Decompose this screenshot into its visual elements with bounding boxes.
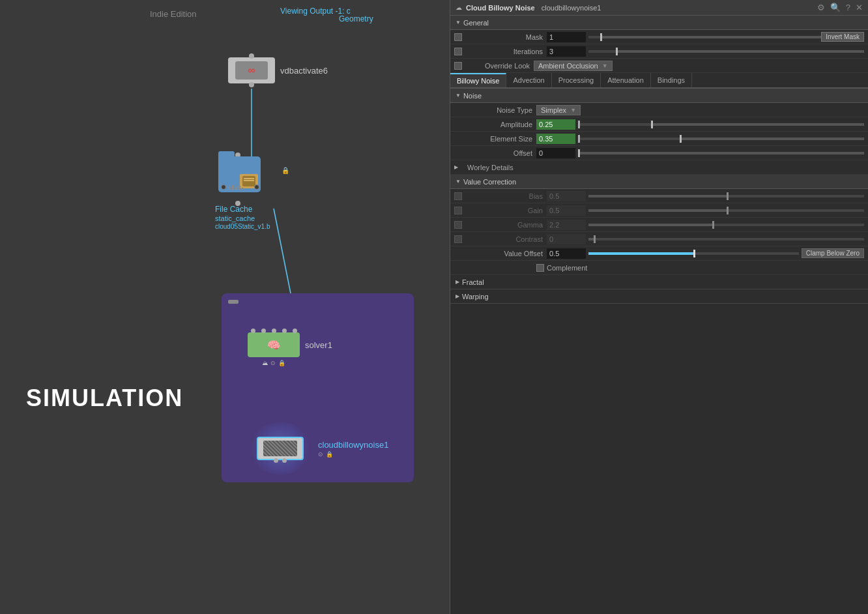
panel-cloud-icon: ☁ bbox=[456, 4, 462, 11]
noise-type-value: Simplex bbox=[541, 106, 566, 114]
filecache-name-label: File Cache bbox=[215, 205, 280, 214]
amplitude-slider-track bbox=[580, 123, 864, 126]
tab-advection[interactable]: Advection bbox=[506, 73, 551, 87]
clamp-below-zero-button[interactable]: Clamp Below Zero bbox=[802, 248, 864, 258]
bias-slider-thumb bbox=[727, 192, 729, 200]
mask-slider[interactable] bbox=[588, 36, 821, 38]
iterations-input[interactable] bbox=[547, 46, 586, 57]
contrast-slider[interactable] bbox=[588, 238, 864, 241]
iterations-checkbox[interactable] bbox=[454, 48, 462, 55]
filecache-lock-icon: 🔒 bbox=[282, 167, 289, 174]
filecache-node[interactable]: 🔒 File Cache static_cache cloud05Static_… bbox=[215, 156, 280, 230]
solver-box[interactable]: 🧠 ⛰ ⊙ 🔒 bbox=[248, 332, 300, 357]
warping-triangle-icon: ▶ bbox=[456, 293, 459, 299]
warping-section[interactable]: ▶ Warping bbox=[450, 289, 868, 304]
element-size-slider-track bbox=[580, 138, 864, 140]
ambient-occlusion-dropdown[interactable]: Ambient Occlusion ▼ bbox=[534, 61, 613, 71]
value-offset-input[interactable] bbox=[547, 248, 586, 259]
fractal-section[interactable]: ▶ Fractal bbox=[450, 275, 868, 289]
iterations-row: Iterations bbox=[450, 44, 868, 59]
close-icon[interactable]: ✕ bbox=[856, 3, 863, 12]
solver-connector bbox=[261, 329, 266, 333]
value-offset-slider-track bbox=[588, 252, 799, 255]
complement-row: Complement bbox=[450, 261, 868, 275]
settings-icon[interactable]: ⚙ bbox=[817, 3, 825, 12]
tab-bindings[interactable]: Bindings bbox=[651, 73, 692, 87]
solver-connector bbox=[251, 329, 255, 333]
fractal-triangle-icon: ▶ bbox=[456, 279, 459, 285]
cloud-node-box[interactable] bbox=[257, 437, 304, 460]
cloud-connector bbox=[274, 458, 278, 463]
general-section-header[interactable]: ▼ General bbox=[450, 16, 868, 30]
element-size-input[interactable] bbox=[536, 134, 575, 144]
offset-slider[interactable] bbox=[578, 152, 864, 154]
help-icon[interactable]: ? bbox=[846, 3, 850, 12]
search-icon[interactable]: 🔍 bbox=[830, 3, 841, 12]
worley-details-row[interactable]: ▶ Worley Details bbox=[450, 160, 868, 175]
cloud-label-group: cloudbillowynoise1 ⊙ 🔒 bbox=[318, 440, 388, 458]
solver-connector bbox=[293, 329, 297, 333]
solver-node[interactable]: 🧠 ⛰ ⊙ 🔒 solver1 bbox=[248, 332, 332, 357]
amplitude-row: Amplitude bbox=[450, 117, 868, 132]
gain-checkbox[interactable] bbox=[454, 207, 462, 214]
gamma-slider-track bbox=[588, 224, 864, 226]
tab-attenuation[interactable]: Attenuation bbox=[601, 73, 651, 87]
amplitude-input[interactable] bbox=[536, 119, 575, 130]
warping-label: Warping bbox=[462, 293, 489, 300]
vdb-node-box[interactable]: ∞ bbox=[228, 57, 275, 83]
bias-input[interactable] bbox=[547, 191, 586, 201]
gamma-checkbox[interactable] bbox=[454, 221, 462, 229]
gain-input[interactable] bbox=[547, 205, 586, 216]
noise-type-arrow-icon: ▼ bbox=[570, 107, 576, 113]
vdb-node[interactable]: ∞ vdbactivate6 bbox=[228, 57, 328, 83]
gamma-input[interactable] bbox=[547, 220, 586, 230]
invert-mask-button[interactable]: Invert Mask bbox=[821, 32, 864, 42]
tab-processing[interactable]: Processing bbox=[552, 73, 601, 87]
override-look-label: Override Look bbox=[465, 62, 530, 70]
panel-title: Cloud Billowy Noise bbox=[466, 4, 535, 12]
value-correction-header[interactable]: ▼ Value Correction bbox=[450, 175, 868, 189]
cloud-node-label: cloudbillowynoise1 bbox=[318, 440, 388, 450]
contrast-input[interactable] bbox=[547, 234, 586, 244]
solver-connector bbox=[272, 329, 276, 333]
iterations-slider-track bbox=[588, 50, 864, 53]
amplitude-slider-thumb bbox=[651, 121, 653, 128]
panel-header-icons: ⚙ 🔍 ? ✕ bbox=[817, 3, 863, 12]
override-look-checkbox[interactable] bbox=[454, 62, 462, 70]
gamma-slider-thumb bbox=[712, 221, 714, 229]
noise-section-header[interactable]: ▼ Noise bbox=[450, 89, 868, 103]
properties-panel: ☁ Cloud Billowy Noise cloudbillowynoise1… bbox=[450, 0, 868, 614]
ambient-occlusion-value: Ambient Occlusion bbox=[538, 62, 598, 70]
offset-input[interactable] bbox=[536, 148, 575, 158]
bias-slider[interactable] bbox=[588, 195, 864, 197]
override-look-row: Override Look Ambient Occlusion ▼ bbox=[450, 59, 868, 73]
gain-slider[interactable] bbox=[588, 209, 864, 212]
mask-label: Mask bbox=[465, 33, 543, 41]
mask-checkbox[interactable] bbox=[454, 33, 462, 41]
value-offset-slider[interactable] bbox=[588, 252, 799, 255]
iterations-label: Iterations bbox=[465, 48, 543, 55]
gamma-slider[interactable] bbox=[588, 224, 864, 226]
tabs-row: Billowy Noise Advection Processing Atten… bbox=[450, 73, 868, 89]
cloud-connector bbox=[282, 458, 287, 463]
simulation-label: SIMULATION bbox=[26, 385, 183, 412]
value-offset-label: Value Offset bbox=[465, 250, 543, 257]
cloud-billowy-node[interactable]: cloudbillowynoise1 ⊙ 🔒 bbox=[248, 422, 388, 475]
node-graph: Indie Edition Viewing Output -1: c Geome… bbox=[0, 0, 450, 614]
mask-input[interactable] bbox=[547, 32, 586, 42]
iterations-slider[interactable] bbox=[588, 50, 864, 53]
bias-row: Bias bbox=[450, 189, 868, 203]
noise-type-dropdown[interactable]: Simplex ▼ bbox=[536, 105, 581, 115]
offset-row: Offset bbox=[450, 146, 868, 160]
vdb-node-inner: ∞ bbox=[235, 61, 268, 80]
element-size-slider[interactable] bbox=[578, 135, 864, 143]
contrast-checkbox[interactable] bbox=[454, 235, 462, 243]
bias-checkbox[interactable] bbox=[454, 192, 462, 200]
amplitude-slider[interactable] bbox=[578, 121, 864, 128]
solver-bottom-icons: ⛰ ⊙ 🔒 bbox=[262, 360, 285, 366]
complement-checkbox[interactable] bbox=[536, 264, 544, 272]
mask-row: Mask Invert Mask bbox=[450, 30, 868, 44]
element-size-slider-thumb bbox=[680, 135, 682, 143]
worley-triangle-icon: ▶ bbox=[454, 164, 458, 170]
tab-billowy-noise[interactable]: Billowy Noise bbox=[450, 73, 506, 87]
